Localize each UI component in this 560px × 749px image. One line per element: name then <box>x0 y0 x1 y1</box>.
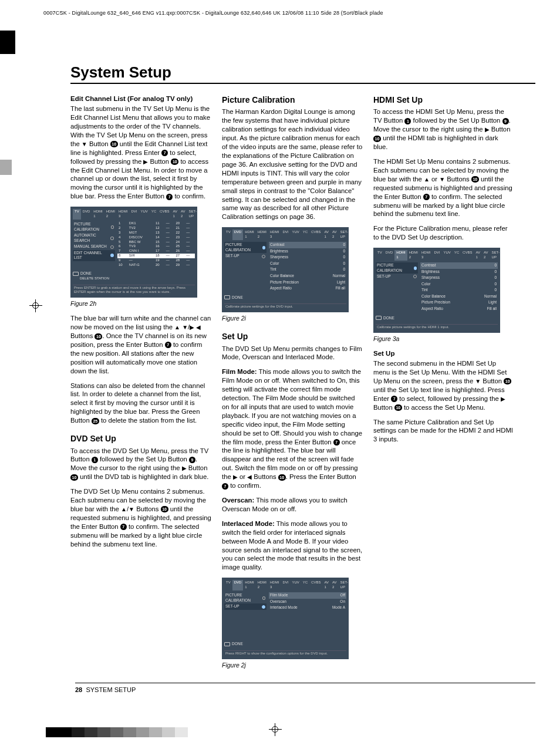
osd-tabs: TVDVDHDMI 1HDMI 2HDMI 3DVIYUVYCCVBSAV 1A… <box>376 250 498 261</box>
right-icon: ▶ <box>182 465 187 471</box>
button-25-icon: 25 <box>92 418 99 424</box>
down-icon: ▼ <box>82 141 87 147</box>
caption-2i: Figure 2i <box>222 315 363 323</box>
button-10-icon: 10 <box>278 474 286 481</box>
osd-footer: Calibrate picture settings for the HDMI … <box>376 324 498 330</box>
button-9-icon: 9 <box>189 457 195 463</box>
left-icon: ◀ <box>247 474 252 480</box>
button-1-icon: 1 <box>404 118 411 124</box>
button-7-icon: 7 <box>165 342 171 348</box>
button-1-icon: 1 <box>92 457 98 463</box>
page: 0007CSK - DigitalLounge 632_640_646 ENG … <box>0 0 560 749</box>
crop-mark-text: 0007CSK - DigitalLounge 632_640_646 ENG … <box>43 10 560 16</box>
pc-p1: The Harman Kardon Digital Lounge is amon… <box>222 107 363 221</box>
button-7-icon: 7 <box>161 150 168 156</box>
setup-interlaced: Interlaced Mode: This mode allows you to… <box>222 519 363 572</box>
hdmi-setup-p1: The second submenu in the HDMI Set Up me… <box>373 359 514 411</box>
osd-footer: Press ENTER to grab a station and move i… <box>73 285 195 296</box>
osd-done: DONE <box>73 271 195 276</box>
button-9-icon: 9 <box>502 118 509 124</box>
caption-2h: Figure 2h <box>70 300 211 308</box>
color-bar <box>46 727 188 737</box>
osd-main: Contrast0Brightness0Sharpness0Color0Tint… <box>269 242 346 292</box>
figure-2i-osd: TVDVDHDMI 1HDMI 2HDMI 3DVIYUVYCCVBSAV 1A… <box>222 227 349 312</box>
osd-tabs: TVDVDHDMI 1HDMI 2HDMI 3DVIYUVYCCVBSAV 1A… <box>73 209 195 220</box>
button-7-icon: 7 <box>391 396 397 402</box>
footer-rule <box>75 683 535 683</box>
gray-tab <box>0 160 12 175</box>
button-7-icon: 7 <box>222 483 228 490</box>
osd-footer: Press RIGHT to show the configuration op… <box>224 650 346 657</box>
button-10-icon: 10 <box>394 404 402 411</box>
dvd-p1: To access the DVD Set Up Menu, press the… <box>70 447 211 482</box>
figure-3a-osd: TVDVDHDMI 1HDMI 2HDMI 3DVIYUVYCCVBSAV 1A… <box>373 248 500 333</box>
black-tab <box>0 31 15 54</box>
page-footer: 28 SYSTEM SETUP <box>75 686 136 693</box>
edit-p1: The last submenu in the TV Set Up Menu i… <box>70 104 211 201</box>
osd-tabs: TVDVDHDMI 1HDMI 2HDMI 3DVIYUVYCCVBSAV 1A… <box>224 580 346 591</box>
caption-3a: Figure 3a <box>373 335 514 343</box>
osd-sidebar: PICTURE CALIBRATIONSET-UP <box>224 242 266 292</box>
down-icon: ▼ <box>439 176 445 183</box>
setup-p1: The DVD Set Up Menu permits changes to F… <box>222 345 363 362</box>
button-10-icon: 10 <box>95 333 102 340</box>
setup-film: Film Mode: This mode allows you to switc… <box>222 367 363 490</box>
osd-done: DONE <box>224 295 346 301</box>
col-2: Picture Calibration The Harman Kardon Di… <box>222 95 363 675</box>
right-icon: ▶ <box>485 126 490 133</box>
button-10-icon: 10 <box>504 378 511 384</box>
button-7-icon: 7 <box>333 439 340 446</box>
osd-sidebar: PICTURE CALIBRATIONSET-UP <box>376 262 418 312</box>
h-edit-channel: Edit Channel List (For analog TV only) <box>70 95 211 103</box>
hdmi-p1: To access the HDMI Set Up Menu, press th… <box>373 107 514 151</box>
down-icon: ▼ <box>475 378 481 384</box>
caption-2j: Figure 2j <box>222 662 363 670</box>
hdmi-p2: The HDMI Set Up Menu contains 2 submenus… <box>373 157 514 218</box>
osd-sidebar: PICTURE CALIBRATIONSET-UP <box>224 592 266 638</box>
right-icon: ▶ <box>501 396 505 402</box>
hdmi-p3: For the Picture Calibration menu, please… <box>373 224 514 242</box>
h-hdmi: HDMI Set Up <box>373 95 514 105</box>
button-7-icon: 7 <box>423 194 430 200</box>
setup-overscan: Overscan: This mode allows you to switch… <box>222 496 363 514</box>
down-icon: ▼ <box>129 506 134 512</box>
osd-done: DONE <box>224 642 346 647</box>
up-icon: ▲ <box>174 324 180 330</box>
up-icon: ▲ <box>424 176 430 183</box>
hdmi-setup-p2: The same Picture Calibration and Set Up … <box>373 418 514 444</box>
dvd-p2: The DVD Set Up Menu contains 2 submenus.… <box>70 487 211 548</box>
button-10-icon: 10 <box>171 158 178 165</box>
h-picture-cal: Picture Calibration <box>222 95 363 105</box>
text-columns: Edit Channel List (For analog TV only) T… <box>70 95 535 675</box>
button-10-icon: 10 <box>110 141 118 147</box>
h-hdmi-setup: Set Up <box>373 349 514 358</box>
osd-done: DONE <box>376 316 498 321</box>
osd-main: 1DK111—20—2TV212—21—3MGT13—22—4DISCOV14—… <box>117 221 195 268</box>
edit-p2: The blue bar will turn white and the cha… <box>70 314 211 375</box>
h-setup: Set Up <box>222 331 363 342</box>
osd-footer: Calibrate picture settings for the DVD i… <box>224 303 346 310</box>
figure-2h-osd: TVDVDHDMI 1HDMI 2HDMI 3DVIYUVYCCVBSAV 1A… <box>70 207 197 298</box>
up-icon: ▲ <box>121 506 127 512</box>
edit-p3: Stations can also be deleted from the ch… <box>70 382 211 426</box>
col-1: Edit Channel List (For analog TV only) T… <box>70 95 211 675</box>
h-dvd-setup: DVD Set Up <box>70 433 211 444</box>
right-icon: ▶ <box>233 474 238 480</box>
right-icon: ▶ <box>190 324 194 330</box>
left-icon: ◀ <box>196 324 201 330</box>
button-7-icon: 7 <box>166 194 173 200</box>
button-7-icon: 7 <box>120 524 127 530</box>
registration-mark-bottom <box>269 723 282 736</box>
down-icon: ▼ <box>182 324 188 330</box>
button-10-icon: 10 <box>161 506 168 512</box>
osd-main: Contrast0Brightness0Sharpness0Color0Tint… <box>420 262 498 312</box>
col-3: HDMI Set Up To access the HDMI Set Up Me… <box>373 95 514 675</box>
footer-section: SYSTEM SETUP <box>86 686 136 693</box>
osd-main: Film ModeOffOverscanOnInterlaced ModeMod… <box>269 592 346 638</box>
button-10-icon: 10 <box>70 474 78 481</box>
osd-sidebar: PICTURE CALIBRATIONAUTOMATIC SEARCHMANUA… <box>73 221 115 268</box>
figure-2j-osd: TVDVDHDMI 1HDMI 2HDMI 3DVIYUVYCCVBSAV 1A… <box>222 578 349 659</box>
page-title: System Setup <box>70 63 535 84</box>
page-number: 28 <box>75 686 82 693</box>
button-10-icon: 10 <box>373 136 381 142</box>
